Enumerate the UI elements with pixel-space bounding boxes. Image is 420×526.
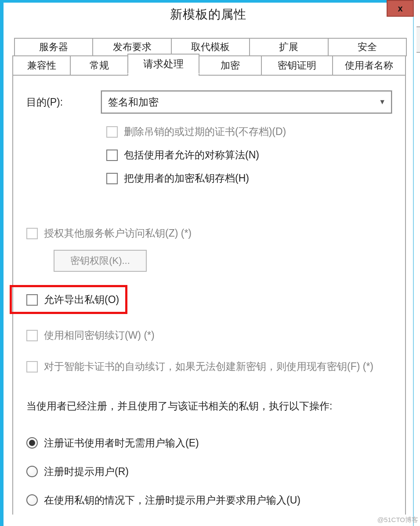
label-delete-revoked: 删除吊销的或过期的证书(不存档)(D) [124, 125, 286, 139]
label-allow-export: 允许导出私钥(O) [44, 293, 119, 307]
key-permissions-button[interactable]: 密钥权限(K)... [54, 250, 147, 272]
checkbox-renew-same-key[interactable] [26, 330, 38, 341]
label-prompt-require-input: 在使用私钥的情况下，注册时提示用户并要求用户输入(U) [44, 493, 301, 507]
tab-request-handling[interactable]: 请求处理 [127, 54, 199, 74]
close-button[interactable]: x [387, 0, 414, 17]
label-archive-key: 把使用者的加密私钥存档(H) [124, 172, 249, 185]
purpose-label: 目的(P): [26, 95, 101, 109]
label-no-user-input: 注册证书使用者时无需用户输入(E) [44, 436, 199, 450]
tab-panel-request-handling: 目的(P): 签名和加密 ▼ 删除吊销的或过期的证书(不存档)(D) 包括使用者… [12, 75, 406, 515]
radio-prompt-user[interactable] [26, 466, 38, 477]
checkbox-archive-key[interactable] [106, 173, 118, 184]
label-authorize-service: 授权其他服务帐户访问私钥(Z) (*) [44, 226, 192, 240]
checkbox-authorize-service[interactable] [26, 228, 38, 239]
tab-compat[interactable]: 兼容性 [12, 55, 71, 76]
label-include-symmetric: 包括使用者允许的对称算法(N) [124, 148, 259, 162]
dialog-window: 新模板的属性 x 服务器 发布要求 取代模板 扩展 安全 兼容性 常规 请求处理… [0, 0, 414, 526]
radio-no-user-input[interactable] [26, 437, 38, 449]
checkbox-include-symmetric[interactable] [106, 150, 118, 161]
tab-crypto[interactable]: 加密 [199, 55, 262, 76]
purpose-select[interactable]: 签名和加密 ▼ [101, 91, 392, 113]
label-prompt-user: 注册时提示用户(R) [44, 465, 129, 479]
purpose-select-value: 签名和加密 [108, 95, 159, 109]
tab-key-attest[interactable]: 密钥证明 [261, 55, 333, 76]
tab-row-bottom: 兼容性 常规 请求处理 加密 密钥证明 使用者名称 [12, 55, 406, 76]
right-edge-fragment [416, 26, 420, 53]
watermark: @51CTO博客 [377, 516, 418, 524]
checkbox-delete-revoked[interactable] [106, 126, 118, 138]
section-text-enrolled: 当使用者已经注册，并且使用了与该证书相关的私钥，执行以下操作: [26, 398, 392, 414]
close-icon: x [398, 4, 402, 14]
window-title: 新模板的属性 [4, 6, 413, 23]
titlebar: 新模板的属性 x [4, 3, 413, 23]
label-smartcard-renew: 对于智能卡证书的自动续订，如果无法创建新密钥，则使用现有密钥(F) (*) [44, 360, 373, 373]
checkbox-allow-export[interactable] [26, 294, 38, 306]
tab-row-top: 服务器 发布要求 取代模板 扩展 安全 [14, 38, 406, 56]
radio-prompt-require-input[interactable] [26, 494, 38, 506]
label-renew-same-key: 使用相同密钥续订(W) (*) [44, 329, 155, 342]
dialog-content: 服务器 发布要求 取代模板 扩展 安全 兼容性 常规 请求处理 加密 密钥证明 … [12, 38, 406, 515]
tab-general[interactable]: 常规 [70, 55, 128, 76]
tab-subject-name[interactable]: 使用者名称 [332, 55, 406, 76]
chevron-down-icon: ▼ [379, 98, 386, 106]
tab-extensions[interactable]: 扩展 [249, 38, 328, 56]
checkbox-smartcard-renew[interactable] [26, 361, 38, 373]
tab-security[interactable]: 安全 [328, 38, 407, 56]
tab-server[interactable]: 服务器 [14, 38, 93, 56]
